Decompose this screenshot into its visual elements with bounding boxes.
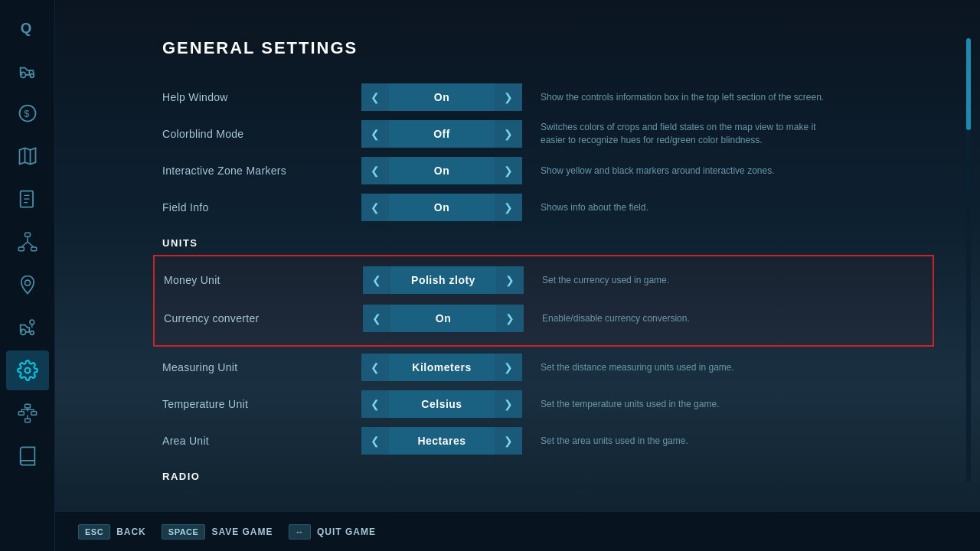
sidebar-item-worker-tractor[interactable] — [6, 308, 49, 347]
money-unit-next-button[interactable] — [496, 266, 524, 294]
sidebar: Q $ — [0, 0, 55, 551]
page-title: GENERAL SETTINGS — [162, 38, 934, 58]
interactive-zone-markers-next-button[interactable] — [495, 157, 522, 184]
sidebar-item-network[interactable] — [6, 222, 49, 262]
chevron-right-icon — [504, 128, 513, 140]
sidebar-item-location[interactable] — [6, 265, 49, 305]
svg-point-23 — [24, 368, 30, 373]
setting-name-interactive-zone-markers: Interactive Zone Markers — [162, 165, 361, 177]
svg-rect-24 — [24, 404, 30, 408]
money-unit-description: Set the currency used in game. — [542, 274, 669, 287]
setting-name-temperature-unit: Temperature Unit — [162, 398, 361, 410]
setting-control-money-unit: Polish zloty — [363, 266, 524, 294]
setting-row-area-unit: Area Unit Hectares Set the area units us… — [162, 423, 934, 458]
money-unit-prev-button[interactable] — [363, 266, 390, 294]
area-unit-next-button[interactable] — [495, 427, 522, 455]
help-window-next-button[interactable] — [495, 83, 522, 111]
sidebar-item-book2[interactable] — [6, 436, 49, 476]
svg-rect-27 — [24, 419, 30, 422]
svg-rect-25 — [18, 412, 24, 416]
sidebar-item-map[interactable] — [6, 136, 49, 176]
interactive-zone-markers-prev-button[interactable] — [361, 157, 389, 184]
svg-text:$: $ — [24, 108, 29, 119]
measuring-unit-next-button[interactable] — [495, 354, 522, 381]
interactive-zone-markers-value: On — [389, 157, 495, 184]
area-unit-value: Hectares — [389, 427, 495, 455]
sidebar-item-hierarchy[interactable] — [6, 393, 49, 433]
chevron-right-icon — [505, 312, 514, 324]
sidebar-item-tractor[interactable] — [6, 51, 49, 90]
sidebar-item-settings[interactable] — [6, 350, 49, 390]
setting-row-currency-converter: Currency converter On Enable/disable cur… — [164, 301, 923, 336]
chevron-right-icon — [505, 274, 514, 286]
colorblind-mode-value: Off — [389, 120, 495, 148]
chevron-left-icon — [372, 274, 381, 286]
quit-key-badge: ↔ — [289, 524, 312, 540]
measuring-unit-value: Kilometers — [389, 354, 495, 381]
setting-row-measuring-unit: Measuring Unit Kilometers Set the distan… — [162, 350, 934, 385]
interactive-zone-markers-description: Show yellow and black markers around int… — [541, 165, 774, 178]
temperature-unit-next-button[interactable] — [495, 390, 522, 418]
field-info-prev-button[interactable] — [361, 194, 389, 221]
help-window-description: Show the controls information box in the… — [541, 91, 824, 104]
bottom-bar: ESC BACK SPACE SAVE GAME ↔ QUIT GAME — [55, 511, 980, 551]
chevron-left-icon — [371, 361, 380, 373]
svg-marker-5 — [19, 148, 35, 165]
setting-control-measuring-unit: Kilometers — [361, 354, 522, 381]
setting-name-colorblind-mode: Colorblind Mode — [162, 128, 361, 140]
field-info-value: On — [389, 194, 495, 221]
setting-name-money-unit: Money Unit — [164, 274, 363, 286]
setting-control-currency-converter: On — [363, 305, 524, 332]
svg-point-2 — [30, 74, 34, 78]
setting-name-help-window: Help Window — [162, 91, 361, 103]
colorblind-mode-prev-button[interactable] — [361, 120, 389, 148]
main-content: GENERAL SETTINGS Help Window On Show the… — [55, 0, 980, 551]
help-window-prev-button[interactable] — [361, 83, 389, 111]
temperature-unit-prev-button[interactable] — [361, 390, 389, 418]
highlighted-section: Money Unit Polish zloty Set the currency… — [153, 255, 934, 347]
save-key-badge: SPACE — [162, 524, 206, 540]
sidebar-item-book[interactable] — [6, 179, 49, 219]
quit-label: QUIT GAME — [317, 527, 376, 537]
area-unit-prev-button[interactable] — [361, 427, 389, 455]
setting-control-area-unit: Hectares — [361, 427, 522, 455]
setting-control-help-window: On — [361, 83, 522, 111]
field-info-description: Shows info about the field. — [541, 201, 648, 214]
currency-converter-next-button[interactable] — [496, 305, 524, 332]
setting-name-measuring-unit: Measuring Unit — [162, 361, 361, 373]
chevron-left-icon — [371, 165, 380, 177]
sidebar-item-q[interactable]: Q — [6, 8, 49, 47]
radio-section-label: RADIO — [162, 471, 934, 482]
currency-converter-value: On — [390, 305, 496, 332]
setting-row-money-unit: Money Unit Polish zloty Set the currency… — [164, 262, 923, 298]
currency-converter-prev-button[interactable] — [363, 305, 390, 332]
setting-control-interactive-zone-markers: On — [361, 157, 522, 184]
save-game-button[interactable]: SPACE SAVE GAME — [162, 524, 273, 540]
svg-rect-26 — [31, 412, 36, 416]
setting-control-temperature-unit: Celsius — [361, 390, 522, 418]
setting-name-area-unit: Area Unit — [162, 435, 361, 447]
measuring-unit-prev-button[interactable] — [361, 354, 389, 381]
svg-point-20 — [30, 331, 34, 335]
svg-point-18 — [24, 280, 30, 285]
setting-row-help-window: Help Window On Show the controls informa… — [162, 80, 934, 115]
chevron-left-icon — [371, 435, 380, 447]
setting-row-colorblind-mode: Colorblind Mode Off Switches colors of c… — [162, 116, 934, 152]
sidebar-item-money[interactable]: $ — [6, 93, 49, 133]
setting-row-temperature-unit: Temperature Unit Celsius Set the tempera… — [162, 386, 934, 422]
svg-rect-12 — [24, 233, 30, 236]
back-button[interactable]: ESC BACK — [78, 524, 146, 540]
chevron-right-icon — [504, 91, 513, 103]
quit-game-button[interactable]: ↔ QUIT GAME — [289, 524, 377, 540]
field-info-next-button[interactable] — [495, 194, 522, 221]
currency-converter-description: Enable/disable currency conversion. — [542, 312, 690, 325]
save-label: SAVE GAME — [211, 527, 273, 537]
temperature-unit-value: Celsius — [389, 390, 495, 418]
chevron-left-icon — [371, 91, 380, 103]
setting-control-field-info: On — [361, 194, 522, 221]
setting-row-field-info: Field Info On Shows info about the field… — [162, 190, 934, 225]
svg-point-21 — [29, 320, 34, 324]
colorblind-mode-next-button[interactable] — [495, 120, 522, 148]
chevron-left-icon — [371, 201, 380, 214]
svg-text:Q: Q — [20, 20, 31, 36]
